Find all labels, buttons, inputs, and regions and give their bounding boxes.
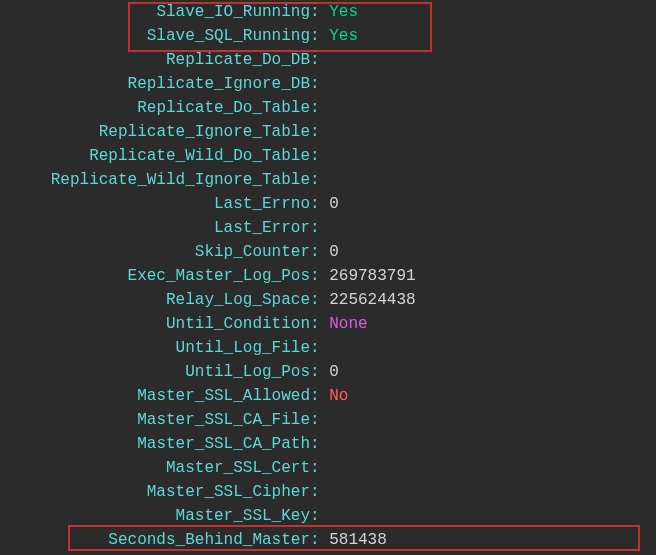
terminal-row: Skip_Counter:0	[0, 240, 656, 264]
colon-separator: :	[310, 288, 320, 312]
status-label: Relay_Log_Space	[0, 288, 310, 312]
status-value	[320, 408, 330, 432]
colon-separator: :	[310, 456, 320, 480]
status-label: Master_SSL_Allowed	[0, 384, 310, 408]
status-label: Until_Condition	[0, 312, 310, 336]
terminal-row: Until_Log_File:	[0, 336, 656, 360]
status-value	[320, 216, 330, 240]
terminal-row: Replicate_Do_Table:	[0, 96, 656, 120]
status-label: Skip_Counter	[0, 240, 310, 264]
terminal-row: Master_SSL_CA_Path:	[0, 432, 656, 456]
colon-separator: :	[310, 408, 320, 432]
terminal-row: Last_Errno:0	[0, 192, 656, 216]
highlight-annotation-seconds-behind	[68, 525, 640, 551]
status-value	[320, 480, 330, 504]
colon-separator: :	[310, 432, 320, 456]
status-value: 225624438	[320, 288, 416, 312]
colon-separator: :	[310, 168, 320, 192]
status-label: Replicate_Ignore_DB	[0, 72, 310, 96]
status-label: Until_Log_File	[0, 336, 310, 360]
status-label: Master_SSL_CA_Path	[0, 432, 310, 456]
terminal-row: Replicate_Ignore_DB:	[0, 72, 656, 96]
colon-separator: :	[310, 480, 320, 504]
colon-separator: :	[310, 96, 320, 120]
status-value	[320, 456, 330, 480]
status-label: Replicate_Wild_Ignore_Table	[0, 168, 310, 192]
colon-separator: :	[310, 144, 320, 168]
terminal-output: Slave_IO_Running:YesSlave_SQL_Running:Ye…	[0, 0, 656, 552]
terminal-row: Master_SSL_Allowed:No	[0, 384, 656, 408]
status-value: 269783791	[320, 264, 416, 288]
status-value: None	[320, 312, 368, 336]
highlight-annotation-slave-running	[128, 2, 432, 52]
colon-separator: :	[310, 336, 320, 360]
status-label: Exec_Master_Log_Pos	[0, 264, 310, 288]
colon-separator: :	[310, 216, 320, 240]
terminal-row: Until_Log_Pos:0	[0, 360, 656, 384]
status-value: No	[320, 384, 349, 408]
terminal-row: Relay_Log_Space:225624438	[0, 288, 656, 312]
terminal-container: Slave_IO_Running:YesSlave_SQL_Running:Ye…	[0, 0, 656, 552]
colon-separator: :	[310, 384, 320, 408]
status-value	[320, 144, 330, 168]
terminal-row: Replicate_Wild_Ignore_Table:	[0, 168, 656, 192]
status-value: 0	[320, 360, 339, 384]
status-label: Until_Log_Pos	[0, 360, 310, 384]
status-label: Master_SSL_Cert	[0, 456, 310, 480]
status-label: Replicate_Wild_Do_Table	[0, 144, 310, 168]
status-value	[320, 432, 330, 456]
colon-separator: :	[310, 72, 320, 96]
terminal-row: Replicate_Wild_Do_Table:	[0, 144, 656, 168]
colon-separator: :	[310, 360, 320, 384]
status-value	[320, 96, 330, 120]
colon-separator: :	[310, 192, 320, 216]
colon-separator: :	[310, 240, 320, 264]
status-label: Master_SSL_CA_File	[0, 408, 310, 432]
status-value	[320, 120, 330, 144]
colon-separator: :	[310, 312, 320, 336]
colon-separator: :	[310, 264, 320, 288]
status-value	[320, 72, 330, 96]
status-label: Replicate_Do_Table	[0, 96, 310, 120]
terminal-row: Master_SSL_Cipher:	[0, 480, 656, 504]
status-label: Master_SSL_Cipher	[0, 480, 310, 504]
status-value: 0	[320, 192, 339, 216]
terminal-row: Exec_Master_Log_Pos:269783791	[0, 264, 656, 288]
terminal-row: Master_SSL_Cert:	[0, 456, 656, 480]
terminal-row: Master_SSL_CA_File:	[0, 408, 656, 432]
status-label: Replicate_Ignore_Table	[0, 120, 310, 144]
status-value	[320, 336, 330, 360]
colon-separator: :	[310, 120, 320, 144]
status-label: Last_Errno	[0, 192, 310, 216]
status-value	[320, 168, 330, 192]
terminal-row: Last_Error:	[0, 216, 656, 240]
status-value: 0	[320, 240, 339, 264]
terminal-row: Replicate_Ignore_Table:	[0, 120, 656, 144]
status-label: Last_Error	[0, 216, 310, 240]
terminal-row: Until_Condition:None	[0, 312, 656, 336]
